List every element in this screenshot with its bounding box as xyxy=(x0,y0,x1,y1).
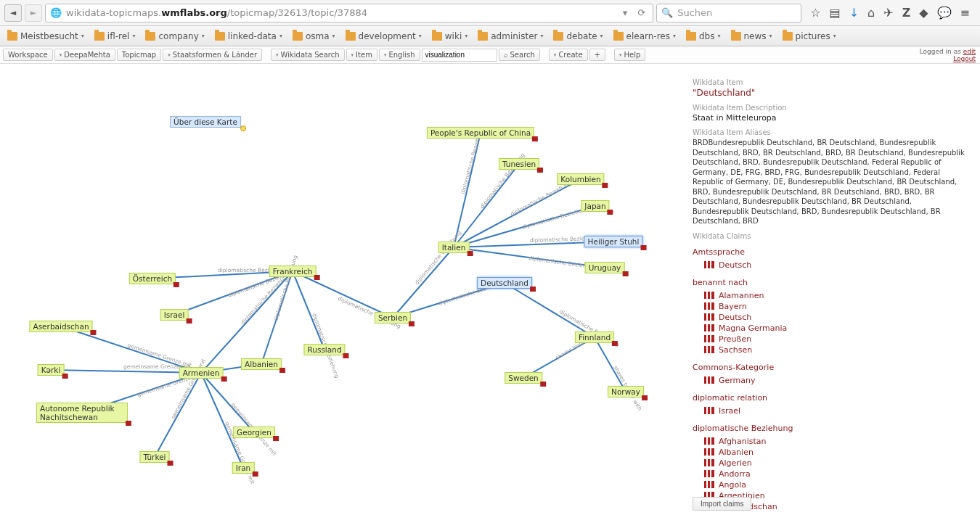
topic-node[interactable]: Finnland xyxy=(575,331,614,343)
bookmark-item[interactable]: osma▾ xyxy=(288,29,340,44)
bookmark-item[interactable]: Meistbesucht▾ xyxy=(3,29,89,44)
claim-value[interactable]: Andorra xyxy=(693,469,970,479)
topic-node[interactable]: Uruguay xyxy=(585,262,625,273)
bookmark-item[interactable]: wiki▾ xyxy=(428,29,472,44)
topic-node[interactable]: Serbien xyxy=(375,312,411,324)
send-icon[interactable]: ✈ xyxy=(883,6,893,20)
menu-icon[interactable]: ≡ xyxy=(960,6,970,20)
back-button[interactable]: ◄ xyxy=(4,4,22,22)
claim-value[interactable]: Israel xyxy=(693,405,970,416)
topic-node[interactable]: Autonome Republik Nachitschewan xyxy=(36,403,128,423)
claim-value[interactable]: Alamannen xyxy=(693,290,970,301)
bookmark-star-icon[interactable]: ☆ xyxy=(810,6,820,20)
search-button[interactable]: ⌕Search xyxy=(499,49,540,61)
topicmap-canvas[interactable]: diplomatische Beziehung diplomatische Be… xyxy=(0,64,682,515)
topic-node[interactable]: Japan xyxy=(581,200,609,212)
flag-icon xyxy=(537,168,543,173)
topic-node[interactable]: Kolumbien xyxy=(557,173,604,185)
topic-node[interactable]: Iran xyxy=(232,462,255,474)
help-select[interactable]: ▾Help xyxy=(614,49,645,61)
topic-node[interactable]: Tunesien xyxy=(499,158,539,170)
claim-value[interactable]: Bayern xyxy=(693,301,970,312)
flag-icon xyxy=(91,330,97,335)
bookmark-item[interactable]: development▾ xyxy=(341,29,426,44)
claim-property[interactable]: Amtssprache xyxy=(693,247,970,257)
bookmark-item[interactable]: linked-data▾ xyxy=(211,29,287,44)
z-icon[interactable]: Z xyxy=(902,6,911,20)
bookmark-item[interactable]: news▾ xyxy=(727,29,777,44)
home-icon[interactable]: ⌂ xyxy=(867,6,875,20)
topic-node[interactable]: People's Republic of China xyxy=(427,127,534,139)
flag-icon xyxy=(314,275,319,280)
user-link[interactable]: edit xyxy=(963,48,976,55)
bookmark-item[interactable]: dbs▾ xyxy=(682,29,725,44)
topic-node[interactable]: Österreich xyxy=(129,273,176,284)
item-aliases: BRDBundesrepublik Deutschland, BR Deutsc… xyxy=(693,138,970,226)
flag-icon xyxy=(530,287,536,292)
topic-node[interactable]: Italien xyxy=(438,242,470,253)
svg-text:diplomatische Beziehung: diplomatische Beziehung xyxy=(521,205,589,231)
bookmark-item[interactable]: debate▾ xyxy=(549,29,607,44)
url-bar[interactable]: 🌐 wikidata-topicmaps.wmflabs.org/topicma… xyxy=(45,4,653,22)
claim-value[interactable]: Albanien xyxy=(693,447,970,458)
claim-value[interactable]: Deutsch xyxy=(693,312,970,323)
create-select[interactable]: ▾Create xyxy=(549,49,588,61)
bookmark-item[interactable]: administer▾ xyxy=(473,29,547,44)
topic-node[interactable]: Heiliger Stuhl xyxy=(584,236,643,247)
browser-search[interactable]: 🔍 Suchen xyxy=(656,4,801,22)
topic-node[interactable]: Albanien xyxy=(241,358,282,370)
browser-chrome: ◄ ► 🌐 wikidata-topicmaps.wmflabs.org/top… xyxy=(0,0,980,26)
bookmark-item[interactable]: company▾ xyxy=(141,29,208,44)
map-about-label[interactable]: Über diese Karte xyxy=(170,116,241,128)
flag-icon xyxy=(608,210,613,215)
topicmap-button[interactable]: Topicmap xyxy=(117,49,161,61)
claim-value[interactable]: Afghanistan xyxy=(693,436,970,447)
bookmark-item[interactable]: ifl-rel▾ xyxy=(90,29,140,44)
claim-property[interactable]: diplomatische Beziehung xyxy=(693,424,970,433)
search-type-select[interactable]: ▾Wikidata Search xyxy=(271,49,345,61)
topic-node[interactable]: Norway xyxy=(608,386,644,397)
bell-icon[interactable]: ◆ xyxy=(919,6,928,20)
folder-icon xyxy=(783,32,793,41)
claim-property[interactable]: diplomatic relation xyxy=(693,393,970,403)
download-icon[interactable]: ↓ xyxy=(849,6,859,20)
refresh-icon[interactable]: ⟳ xyxy=(634,7,648,18)
claim-value[interactable]: Germany xyxy=(693,375,970,386)
claim-value[interactable]: Deutsch xyxy=(693,260,970,271)
claim-property[interactable]: benannt nach xyxy=(693,278,970,287)
claim-value[interactable]: Preußen xyxy=(693,334,970,345)
topic-node[interactable]: Russland xyxy=(303,344,345,355)
logout-link[interactable]: Logout xyxy=(953,55,976,62)
topic-node[interactable]: Sweden xyxy=(505,372,542,384)
stripes-icon xyxy=(704,324,714,331)
claim-property[interactable]: Commons-Kategorie xyxy=(693,363,970,372)
folder-icon xyxy=(293,32,303,41)
topic-node[interactable]: Aserbaidschan xyxy=(29,321,92,332)
language-select[interactable]: ▾English xyxy=(379,49,420,61)
search-input[interactable] xyxy=(422,49,497,62)
topic-node[interactable]: Georgien xyxy=(233,427,275,438)
stripes-icon xyxy=(704,470,714,477)
item-select[interactable]: ▾Item xyxy=(346,49,377,61)
topic-node-selected[interactable]: Deutschland xyxy=(477,277,532,289)
claim-value[interactable]: Algerien xyxy=(693,458,970,469)
topic-node[interactable]: Israel xyxy=(160,309,189,321)
bookmark-item[interactable]: elearn-res▾ xyxy=(609,29,680,44)
claim-value[interactable]: Angola xyxy=(693,479,970,490)
workspace-select[interactable]: ▾DeepaMehta xyxy=(54,49,115,61)
search-placeholder: Suchen xyxy=(677,7,712,18)
claim-value[interactable]: Magna Germania xyxy=(693,323,970,334)
bookmark-item[interactable]: pictures▾ xyxy=(778,29,841,44)
workspace-button[interactable]: Workspace xyxy=(3,49,53,61)
list-icon[interactable]: ▤ xyxy=(830,6,841,20)
import-claims-button[interactable]: Import claims xyxy=(693,497,751,511)
topic-node[interactable]: Türkei xyxy=(139,451,169,463)
claim-value[interactable]: Sachsen xyxy=(693,345,970,355)
chevron-down-icon[interactable]: ▾ xyxy=(620,7,631,18)
topic-node[interactable]: Armenien xyxy=(179,367,224,379)
topic-node[interactable]: Frankreich xyxy=(269,265,317,277)
topicmap-select[interactable]: ▾Staatsformen & Länder xyxy=(163,49,262,61)
topic-node[interactable]: Kərki xyxy=(38,364,65,376)
add-button[interactable]: + xyxy=(589,49,605,61)
chat-icon[interactable]: 💬 xyxy=(937,6,952,20)
